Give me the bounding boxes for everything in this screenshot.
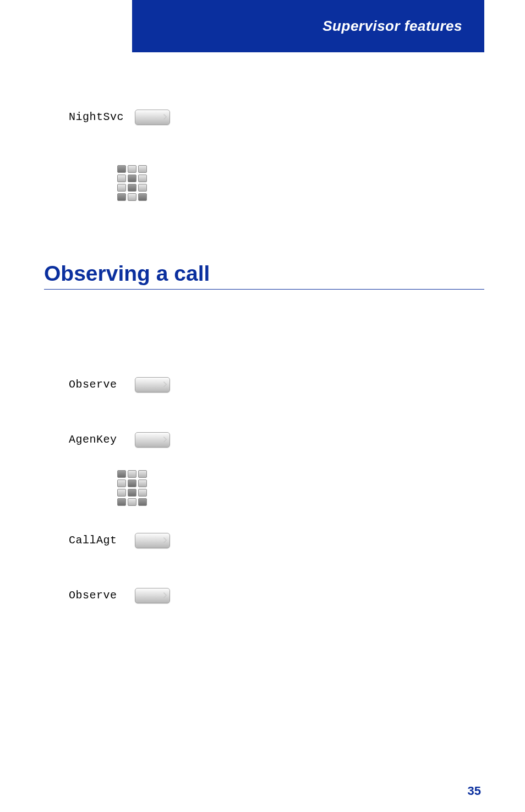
agenkey-row: AgenKey: [69, 427, 484, 452]
agenkey-label: AgenKey: [69, 433, 135, 446]
keypad-icon: [117, 165, 484, 201]
page-number: 35: [468, 784, 481, 798]
observe-label-1: Observe: [69, 378, 135, 391]
section-heading: Observing a call: [44, 261, 484, 290]
header-band: Supervisor features: [132, 0, 484, 52]
observe-row-2: Observe: [69, 583, 484, 608]
agenkey-button[interactable]: [135, 432, 170, 448]
header-title: Supervisor features: [322, 18, 462, 35]
nightsvc-button[interactable]: [135, 110, 170, 125]
section-observe: Observe AgenKey CallAgt Observe: [44, 372, 484, 608]
callagt-row: CallAgt: [69, 528, 484, 553]
nightsvc-row: NightSvc: [69, 105, 484, 129]
keypad-icon: [117, 470, 484, 506]
observe-row-1: Observe: [69, 372, 484, 397]
observe-button-2[interactable]: [135, 588, 170, 603]
nightsvc-label: NightSvc: [69, 111, 135, 123]
observe-label-2: Observe: [69, 589, 135, 602]
observe-button-1[interactable]: [135, 377, 170, 393]
callagt-button[interactable]: [135, 533, 170, 548]
callagt-label: CallAgt: [69, 534, 135, 547]
page-content: NightSvc Observing a call Observe AgenKe…: [44, 83, 484, 644]
